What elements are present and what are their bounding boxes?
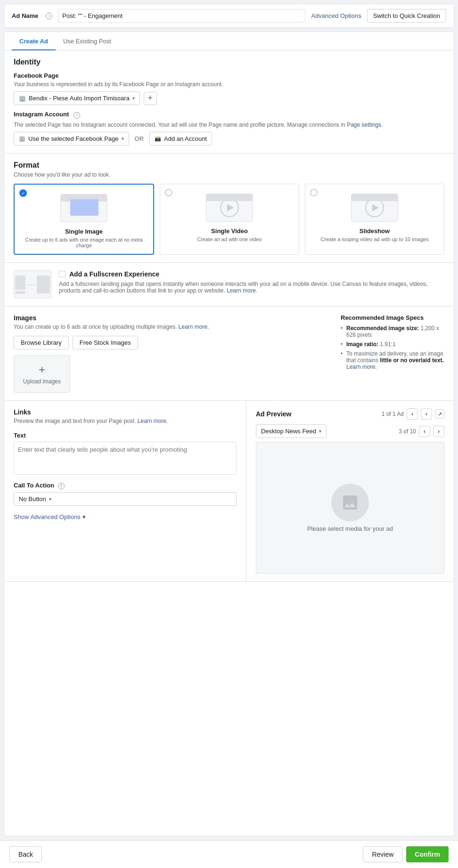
- images-desc: You can create up to 6 ads at once by up…: [14, 324, 331, 330]
- preview-header: Ad Preview 1 of 1 Ad ‹ › ↗: [256, 408, 444, 420]
- tabs-bar: Create Ad Use Existing Post: [4, 32, 454, 50]
- specs-learn-more[interactable]: Learn more.: [346, 364, 377, 370]
- fullscreen-title-row: Add a Fullscreen Experience: [59, 270, 444, 278]
- format-title: Format: [14, 161, 444, 170]
- ig-options-row: 🏢 Use the selected Facebook Page ▾ OR 📸 …: [14, 132, 444, 146]
- top-bar: Ad Name i Advanced Options Switch to Qui…: [4, 4, 454, 28]
- upload-label: Upload images: [23, 378, 61, 385]
- single-image-name: Single Image: [65, 228, 103, 235]
- fb-page-select-chevron: ▾: [122, 136, 124, 141]
- preview-placeholder-text: Please select media for your ad: [307, 525, 393, 532]
- cta-select[interactable]: No Button ▾: [14, 492, 237, 506]
- slideshow-preview: [351, 194, 398, 222]
- preview-of-prev-button[interactable]: ‹: [419, 426, 430, 437]
- images-learn-more[interactable]: Learn more.: [179, 324, 209, 330]
- browse-library-button[interactable]: Browse Library: [14, 336, 69, 349]
- fullscreen-learn-more[interactable]: Learn more.: [227, 287, 257, 294]
- preview-row-controls: Desktop News Feed ▾ 3 of 10 ‹ ›: [256, 424, 444, 438]
- preview-count: 1 of 1 Ad: [382, 411, 404, 417]
- single-video-preview: [206, 194, 253, 222]
- text-textarea[interactable]: [14, 442, 237, 475]
- cta-label: Call To Action i: [14, 482, 237, 489]
- single-image-desc: Create up to 6 ads with one image each a…: [20, 237, 147, 248]
- tab-use-existing-post[interactable]: Use Existing Post: [56, 32, 119, 50]
- add-account-button[interactable]: 📸 Add an Account: [149, 132, 212, 146]
- facebook-page-select[interactable]: 🏢 Bendix - Piese Auto Import Timisoara ▾: [14, 91, 140, 105]
- use-selected-fb-page-button[interactable]: 🏢 Use the selected Facebook Page ▾: [14, 132, 129, 146]
- fullscreen-icon: —: [14, 270, 51, 299]
- ad-name-label: Ad Name: [12, 12, 38, 19]
- rec-spec-2: To maximize ad delivery, use an image th…: [341, 350, 444, 370]
- format-single-video[interactable]: Single Video Create an ad with one video: [160, 184, 299, 255]
- slideshow-desc: Create a looping video ad with up to 10 …: [320, 236, 428, 242]
- instagram-section: Instagram Account i The selected Page ha…: [14, 111, 444, 146]
- single-image-preview: [60, 194, 107, 222]
- rec-spec-0: Recommended image size: 1,200 x 628 pixe…: [341, 325, 444, 338]
- format-single-image[interactable]: Single Image Create up to 6 ads with one…: [14, 184, 154, 255]
- instagram-desc: The selected Page has no Instagram accou…: [14, 122, 444, 128]
- links-desc: Preview the image and text from your Pag…: [14, 418, 237, 424]
- format-desc: Choose how you'd like your ad to look.: [14, 171, 444, 178]
- images-left: Images You can create up to 6 ads at onc…: [14, 314, 331, 393]
- images-section: Images You can create up to 6 ads at onc…: [4, 307, 454, 401]
- rec-spec-1: Image ratio: 1.91:1: [341, 341, 444, 348]
- upload-plus-icon: +: [39, 363, 45, 376]
- format-radio-single-image: [19, 189, 27, 197]
- review-button[interactable]: Review: [363, 846, 402, 862]
- single-video-name: Single Video: [211, 227, 248, 235]
- back-button[interactable]: Back: [9, 846, 42, 862]
- advanced-options-link[interactable]: Advanced Options: [311, 12, 361, 19]
- preview-of-next-button[interactable]: ›: [433, 426, 444, 437]
- page-settings-link[interactable]: Page settings.: [347, 122, 383, 128]
- links-title: Links: [14, 408, 237, 416]
- upload-box[interactable]: + Upload images: [14, 355, 70, 393]
- cta-info-icon[interactable]: i: [58, 483, 65, 489]
- or-text: OR: [135, 135, 144, 142]
- preview-panel: Ad Preview 1 of 1 Ad ‹ › ↗ Desktop News …: [246, 401, 454, 581]
- images-title: Images: [14, 314, 331, 322]
- lower-section: Links Preview the image and text from yo…: [4, 401, 454, 582]
- identity-title: Identity: [14, 58, 444, 66]
- switch-to-quick-creation-button[interactable]: Switch to Quick Creation: [367, 9, 446, 23]
- text-field-label: Text: [14, 432, 237, 439]
- slideshow-name: Slideshow: [360, 227, 390, 235]
- preview-title: Ad Preview: [256, 410, 291, 418]
- image-buttons: Browse Library Free Stock Images: [14, 336, 331, 349]
- preview-of-controls: 3 of 10 ‹ ›: [399, 426, 444, 437]
- preview-prev-button[interactable]: ‹: [407, 408, 418, 420]
- instagram-info-icon[interactable]: i: [74, 112, 80, 119]
- facebook-page-label: Facebook Page: [14, 72, 444, 79]
- main-content: Create Ad Use Existing Post Identity Fac…: [4, 32, 454, 836]
- single-video-desc: Create an ad with one video: [197, 236, 262, 242]
- right-buttons: Review Confirm: [363, 846, 449, 862]
- instagram-label: Instagram Account: [14, 111, 69, 118]
- preview-media-icon: [331, 484, 369, 521]
- images-right: Recommended Image Specs Recommended imag…: [341, 314, 444, 393]
- image-placeholder-icon: [341, 493, 360, 512]
- page-select-chevron: ▾: [132, 96, 135, 101]
- instagram-label-row: Instagram Account i: [14, 111, 444, 120]
- page-select-row: 🏢 Bendix - Piese Auto Import Timisoara ▾…: [14, 91, 444, 105]
- fullscreen-title: Add a Fullscreen Experience: [69, 270, 159, 278]
- format-radio-single-video: [165, 189, 172, 196]
- links-learn-more[interactable]: Learn more.: [138, 418, 168, 424]
- tab-create-ad[interactable]: Create Ad: [12, 32, 56, 50]
- preview-placement-dropdown[interactable]: Desktop News Feed ▾: [256, 424, 327, 438]
- bottom-bar: Back Review Confirm: [0, 840, 458, 868]
- confirm-button[interactable]: Confirm: [406, 846, 449, 862]
- preview-dropdown-chevron: ▾: [319, 429, 321, 434]
- links-panel: Links Preview the image and text from yo…: [4, 401, 246, 581]
- ad-name-input[interactable]: [58, 9, 305, 23]
- fullscreen-section: — Add a Fullscreen Experience Add a full…: [4, 263, 454, 307]
- preview-placeholder: Please select media for your ad: [256, 442, 444, 574]
- ad-name-info-icon[interactable]: i: [46, 13, 52, 19]
- external-link-icon[interactable]: ↗: [435, 409, 444, 419]
- add-page-button[interactable]: +: [144, 92, 157, 105]
- fullscreen-checkbox[interactable]: [59, 271, 65, 277]
- format-slideshow[interactable]: Slideshow Create a looping video ad with…: [305, 184, 444, 255]
- free-stock-images-button[interactable]: Free Stock Images: [73, 336, 138, 349]
- preview-next-button[interactable]: ›: [421, 408, 432, 420]
- format-radio-slideshow: [310, 189, 318, 196]
- show-advanced-options-link[interactable]: Show Advanced Options ▾: [14, 513, 86, 520]
- cta-chevron: ▾: [49, 496, 51, 502]
